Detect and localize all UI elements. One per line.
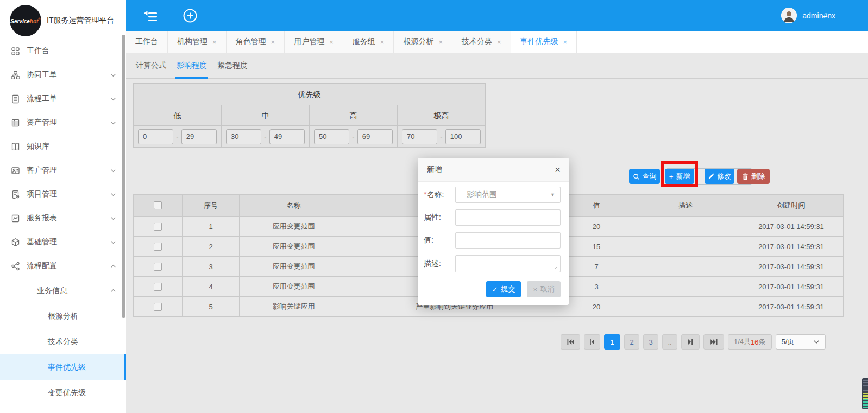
tab-user-mgmt[interactable]: 用户管理 × xyxy=(285,31,343,53)
sidebar-item-incident-priority[interactable]: 事件优先级 xyxy=(0,354,126,380)
page-button-3[interactable]: 3 xyxy=(643,334,658,350)
tab-incident-priority[interactable]: 事件优先级 × xyxy=(511,31,577,53)
tab-org-mgmt[interactable]: 机构管理 × xyxy=(168,31,227,53)
priority-critical-min-input[interactable] xyxy=(402,129,437,144)
page-button-1[interactable]: 1 xyxy=(604,334,620,350)
delete-button[interactable]: 删除 xyxy=(737,169,770,184)
pencil-icon xyxy=(708,173,714,180)
equalizer-teal-bars xyxy=(863,399,868,409)
sidebar-item-label: 资产管理 xyxy=(27,118,57,128)
cell-value: 20 xyxy=(561,217,632,237)
submit-button[interactable]: ✓ 提交 xyxy=(486,281,521,297)
tab-label: 根源分析 xyxy=(403,37,433,47)
sidebar-item-process-orders[interactable]: 流程工单 xyxy=(0,87,126,111)
cell-created: 2017-03-01 14:59:31 xyxy=(739,217,844,237)
priority-level-medium: 中 xyxy=(222,105,310,126)
add-tab-plus-icon[interactable] xyxy=(183,8,198,23)
tab-workbench[interactable]: 工作台 xyxy=(126,31,168,53)
tab-service-group[interactable]: 服务组 × xyxy=(343,31,394,53)
desc-textarea[interactable] xyxy=(455,255,561,272)
project-mgmt-icon xyxy=(11,190,20,199)
last-page-button[interactable] xyxy=(703,334,724,350)
row-checkbox[interactable] xyxy=(154,303,162,311)
username[interactable]: admin#nx xyxy=(802,11,835,20)
sidebar: Servicehot® IT服务运营管理平台 工作台 协同工单 流程工单 资产管… xyxy=(0,0,126,413)
name-select[interactable]: 影响范围 ▼ xyxy=(455,187,561,203)
pagination: 1 2 3 .. 1/4共16条 5/页 xyxy=(561,334,826,350)
base-mgmt-icon xyxy=(11,238,20,247)
first-page-button[interactable] xyxy=(561,334,580,350)
sidebar-item-root-cause-analysis[interactable]: 根源分析 xyxy=(0,303,126,329)
close-icon: × xyxy=(533,285,537,294)
chevron-up-icon xyxy=(110,263,116,269)
sidebar-item-base-mgmt[interactable]: 基础管理 xyxy=(0,230,126,254)
row-checkbox[interactable] xyxy=(154,243,162,251)
priority-low-max-input[interactable] xyxy=(181,129,217,144)
priority-high-min-input[interactable] xyxy=(314,129,349,144)
close-icon[interactable]: × xyxy=(329,38,334,46)
pagination-summary-prefix: 1/4共 xyxy=(734,337,751,347)
search-button[interactable]: 查询 xyxy=(629,169,660,184)
priority-medium-min-input[interactable] xyxy=(226,129,261,144)
priority-critical-max-input[interactable] xyxy=(445,129,481,144)
sidebar-item-collab-orders[interactable]: 协同工单 xyxy=(0,63,126,87)
priority-low-min-input[interactable] xyxy=(138,129,173,144)
last-page-icon xyxy=(710,339,718,345)
cell-name: 应用变更范围 xyxy=(240,217,348,237)
brand-logo: Servicehot® xyxy=(10,5,41,36)
prev-page-icon xyxy=(589,339,595,345)
avatar[interactable] xyxy=(781,8,797,23)
page-size-select[interactable]: 5/页 xyxy=(776,334,826,350)
col-header-desc: 描述 xyxy=(632,195,739,217)
tab-tech-category[interactable]: 技术分类 × xyxy=(452,31,511,53)
value-input[interactable] xyxy=(455,232,561,249)
priority-high-max-input[interactable] xyxy=(357,129,393,144)
attr-field-label: 属性: xyxy=(424,213,455,223)
row-checkbox[interactable] xyxy=(154,223,162,231)
sidebar-item-knowledge-base[interactable]: 知识库 xyxy=(0,135,126,158)
sidebar-item-service-reports[interactable]: 服务报表 xyxy=(0,206,126,230)
tab-role-mgmt[interactable]: 角色管理 × xyxy=(227,31,285,53)
sidebar-item-asset-mgmt[interactable]: 资产管理 xyxy=(0,111,126,135)
row-checkbox[interactable] xyxy=(154,263,162,271)
sidebar-item-business-info[interactable]: 业务信息 xyxy=(0,278,126,303)
sidebar-item-change-priority[interactable]: 变更优先级 xyxy=(0,380,126,405)
page-button-2[interactable]: 2 xyxy=(624,334,639,350)
close-icon[interactable]: × xyxy=(271,38,275,46)
close-icon[interactable]: × xyxy=(563,38,568,46)
subtab-impact-degree[interactable]: 影响程度 xyxy=(175,53,208,79)
sidebar-item-tech-category[interactable]: 技术分类 xyxy=(0,329,126,354)
prev-page-button[interactable] xyxy=(584,334,600,350)
select-all-checkbox[interactable] xyxy=(154,201,162,209)
attr-input[interactable] xyxy=(455,209,561,226)
row-checkbox[interactable] xyxy=(154,283,162,291)
equalizer-widget[interactable] xyxy=(862,378,868,409)
cell-desc xyxy=(632,297,739,317)
sidebar-item-project-mgmt[interactable]: 项目管理 xyxy=(0,182,126,206)
caret-down-icon: ▼ xyxy=(550,192,555,198)
sidebar-item-process-config[interactable]: 流程配置 xyxy=(0,254,126,278)
sidebar-item-label: 项目管理 xyxy=(27,189,57,199)
next-page-button[interactable] xyxy=(681,334,700,350)
subtab-urgency-degree[interactable]: 紧急程度 xyxy=(216,53,249,79)
priority-medium-max-input[interactable] xyxy=(269,129,305,144)
menu-fold-icon[interactable] xyxy=(142,9,159,22)
chevron-down-icon xyxy=(110,192,116,198)
close-icon[interactable]: × xyxy=(212,38,217,46)
sidebar-scrollbar[interactable] xyxy=(122,35,125,318)
close-icon[interactable]: × xyxy=(438,38,443,46)
cancel-button[interactable]: × 取消 xyxy=(527,281,561,297)
close-icon[interactable]: × xyxy=(555,164,561,175)
sidebar-item-workbench[interactable]: 工作台 xyxy=(0,39,126,63)
page-ellipsis[interactable]: .. xyxy=(662,334,677,350)
tab-root-cause[interactable]: 根源分析 × xyxy=(394,31,452,53)
subtab-calc-formula[interactable]: 计算公式 xyxy=(135,53,167,79)
edit-button[interactable]: 修改 xyxy=(705,169,734,184)
name-field-label: *名称: xyxy=(424,190,455,200)
sidebar-item-customer-mgmt[interactable]: 客户管理 xyxy=(0,158,126,182)
cell-seq: 3 xyxy=(183,257,240,277)
close-icon[interactable]: × xyxy=(497,38,501,46)
cell-name: 影响关键应用 xyxy=(240,297,348,317)
sub-tab-bar: 计算公式 影响程度 紧急程度 xyxy=(126,53,868,79)
close-icon[interactable]: × xyxy=(380,38,385,46)
